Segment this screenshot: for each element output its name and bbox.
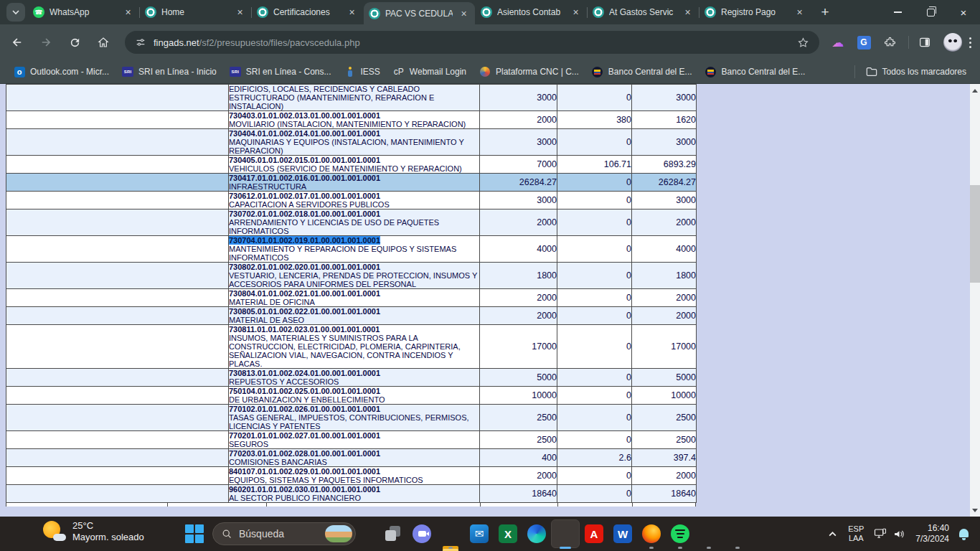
scroll-up-arrow[interactable]	[970, 85, 980, 95]
mail-app-icon[interactable]: ✉	[470, 524, 489, 543]
table-row[interactable]: EDIFICIOS, LOCALES, RECIDENCIAS Y CABLEA…	[6, 85, 697, 111]
tab-close-icon[interactable]: ×	[234, 6, 246, 19]
firefox-icon[interactable]	[642, 524, 661, 543]
browser-tab[interactable]: Asientos Contab ×	[476, 0, 587, 24]
cell-account[interactable]: 730405.01.01.002.015.01.00.001.001.0001 …	[229, 156, 480, 174]
bookmark-item[interactable]: cP Webmail Login	[387, 63, 473, 80]
scrollbar-thumb[interactable]	[970, 185, 980, 283]
home-button[interactable]	[92, 31, 115, 54]
table-row[interactable]: 730612.01.01.002.017.01.00.001.001.0001 …	[6, 192, 697, 209]
tab-close-icon[interactable]: ×	[122, 6, 134, 19]
chat-app-icon[interactable]	[413, 524, 431, 543]
table-row[interactable]: 770201.01.01.002.027.01.00.001.001.0001 …	[6, 431, 697, 449]
edge-browser-icon[interactable]	[527, 524, 546, 543]
table-row[interactable]: 770203.01.01.002.028.01.00.001.001.0001 …	[6, 449, 697, 467]
bookmark-star-button[interactable]	[797, 37, 809, 49]
bookmark-item[interactable]: IESS	[338, 63, 387, 80]
scroll-down-arrow[interactable]	[970, 505, 980, 515]
cell-account[interactable]: 770203.01.01.002.028.01.00.001.001.0001 …	[229, 449, 480, 467]
table-row[interactable]: 730405.01.01.002.015.01.00.001.001.0001 …	[6, 156, 697, 174]
minimize-button[interactable]	[881, 0, 914, 24]
tab-close-icon[interactable]: ×	[682, 6, 694, 19]
tab-close-icon[interactable]: ×	[570, 6, 582, 19]
taskbar-weather-widget[interactable]: 25°C Mayorm. soleado	[42, 520, 144, 543]
word-icon[interactable]: W	[613, 524, 632, 543]
table-row[interactable]: 960201.01.01.002.030.01.00.001.001.0001 …	[6, 485, 697, 503]
tab-close-icon[interactable]: ×	[458, 7, 470, 19]
cell-account[interactable]: 730802.01.01.002.020.01.00.001.001.0001 …	[229, 263, 480, 289]
page-scrollbar[interactable]	[970, 84, 980, 517]
notification-bell-icon[interactable]	[958, 528, 970, 540]
spotify-icon[interactable]	[671, 524, 689, 543]
table-row[interactable]: 730813.01.01.002.024.01.00.001.001.0001 …	[6, 369, 697, 387]
cell-account[interactable]: 750104.01.01.002.025.01.00.001.001.0001 …	[229, 387, 480, 405]
excel-icon[interactable]: X	[499, 524, 517, 543]
table-row[interactable]: 770102.01.01.002.026.01.00.001.001.0001 …	[6, 405, 697, 431]
tab-close-icon[interactable]: ×	[793, 6, 806, 19]
cell-account[interactable]: 730813.01.01.002.024.01.00.001.001.0001 …	[229, 369, 480, 387]
cell-account[interactable]: 730804.01.01.002.021.01.00.001.001.0001 …	[229, 289, 480, 307]
bookmark-item[interactable]: Plataforma CNC | C...	[473, 63, 585, 80]
acrobat-icon[interactable]: A	[585, 524, 603, 543]
network-icon[interactable]	[871, 528, 890, 540]
table-row[interactable]: 730805.01.01.002.022.01.00.001.001.0001 …	[6, 307, 697, 325]
weather-extension-icon[interactable]: ☁	[826, 31, 849, 54]
cell-account[interactable]: 730704.01.01.002.019.01.00.001.001.0001 …	[229, 236, 480, 263]
site-info-icon[interactable]	[135, 37, 146, 48]
close-button[interactable]: ×	[947, 0, 980, 24]
cell-account[interactable]: 730612.01.01.002.017.01.00.001.001.0001 …	[229, 192, 480, 209]
browser-tab[interactable]: Registro Pago ×	[699, 0, 811, 24]
browser-tab[interactable]: At Gastos Servic ×	[588, 0, 699, 24]
color-drop-app-icon[interactable]	[728, 524, 747, 543]
volume-icon[interactable]	[890, 529, 908, 540]
browser-menu-button[interactable]	[969, 37, 971, 48]
task-view-icon[interactable]	[384, 524, 402, 543]
cell-account[interactable]: 730702.01.01.002.018.01.00.001.001.0001 …	[229, 209, 480, 236]
table-row[interactable]: 730704.01.01.002.019.01.00.001.001.0001 …	[6, 236, 697, 263]
bookmark-item[interactable]: Banco Central del E...	[699, 63, 812, 80]
cell-account[interactable]: 730811.01.01.002.023.01.00.001.001.0001 …	[229, 325, 480, 369]
tab-close-icon[interactable]: ×	[346, 6, 358, 19]
forward-button[interactable]	[34, 31, 57, 54]
cell-account[interactable]: 960201.01.01.002.030.01.00.001.001.0001 …	[229, 485, 480, 503]
tray-clock[interactable]: 16:40 7/3/2024	[915, 523, 949, 545]
reload-button[interactable]	[63, 31, 86, 54]
cell-account[interactable]: 730805.01.01.002.022.01.00.001.001.0001 …	[229, 307, 480, 325]
bookmark-item[interactable]: Banco Central del E...	[585, 63, 699, 80]
table-row[interactable]: 730811.01.01.002.023.01.00.001.001.0001 …	[6, 325, 697, 369]
bookmark-item[interactable]: o Outlook.com - Micr...	[7, 63, 116, 80]
tab-search-button[interactable]	[6, 3, 25, 22]
search-highlight-image[interactable]	[325, 525, 352, 542]
browser-tab[interactable]: ☎ WhatsApp ×	[28, 0, 139, 24]
table-row[interactable]: 730403.01.01.002.013.01.00.001.001.0001 …	[6, 111, 697, 129]
browser-tab[interactable]: PAC VS CEDULA ×	[364, 2, 475, 24]
table-row[interactable]: 750104.01.01.002.025.01.00.001.001.0001 …	[6, 387, 697, 405]
bookmark-item[interactable]: SRI SRI en Línea - Cons...	[223, 63, 338, 80]
cell-account[interactable]: 840107.01.01.002.029.01.00.001.001.0001 …	[229, 467, 480, 485]
new-tab-button[interactable]: +	[815, 2, 835, 22]
table-row[interactable]: 730802.01.01.002.020.01.00.001.001.0001 …	[6, 263, 697, 289]
browser-tab[interactable]: Certificaciones ×	[252, 0, 363, 24]
bookmark-item[interactable]: SRI SRI en Línea - Inicio	[116, 63, 223, 80]
taskbar-search[interactable]: Búsqueda	[212, 522, 356, 545]
table-row[interactable]: 730804.01.01.002.021.01.00.001.001.0001 …	[6, 289, 697, 307]
extensions-puzzle-icon[interactable]	[878, 31, 901, 54]
cell-account[interactable]: 730403.01.01.002.013.01.00.001.001.0001 …	[229, 111, 480, 129]
cell-account[interactable]: 730417.01.01.002.016.01.00.001.001.0001 …	[229, 174, 480, 192]
all-bookmarks-button[interactable]: Todos los marcadores	[859, 63, 973, 80]
start-button[interactable]	[185, 524, 204, 543]
language-indicator[interactable]: ESP LAA	[848, 524, 864, 543]
cell-account[interactable]: EDIFICIOS, LOCALES, RECIDENCIAS Y CABLEA…	[229, 85, 480, 111]
table-row[interactable]: 730404.01.01.002.014.01.00.001.001.0001 …	[6, 129, 697, 156]
browser-tab[interactable]: Home ×	[140, 0, 251, 24]
table-row[interactable]: 840107.01.01.002.029.01.00.001.001.0001 …	[6, 467, 697, 485]
maximize-button[interactable]	[914, 0, 947, 24]
cell-account[interactable]: 770201.01.01.002.027.01.00.001.001.0001 …	[229, 431, 480, 449]
table-row[interactable]: 730417.01.01.002.016.01.00.001.001.0001 …	[6, 174, 697, 192]
cell-account[interactable]: 730404.01.01.002.014.01.00.001.001.0001 …	[229, 129, 480, 156]
cell-account[interactable]: 770102.01.01.002.026.01.00.001.001.0001 …	[229, 405, 480, 431]
back-button[interactable]	[6, 31, 29, 54]
address-bar[interactable]: fingads.net /sf2/presupuesto/files/pacvs…	[125, 31, 819, 54]
profile-avatar[interactable]	[943, 33, 962, 52]
table-row[interactable]: 730702.01.01.002.018.01.00.001.001.0001 …	[6, 209, 697, 236]
